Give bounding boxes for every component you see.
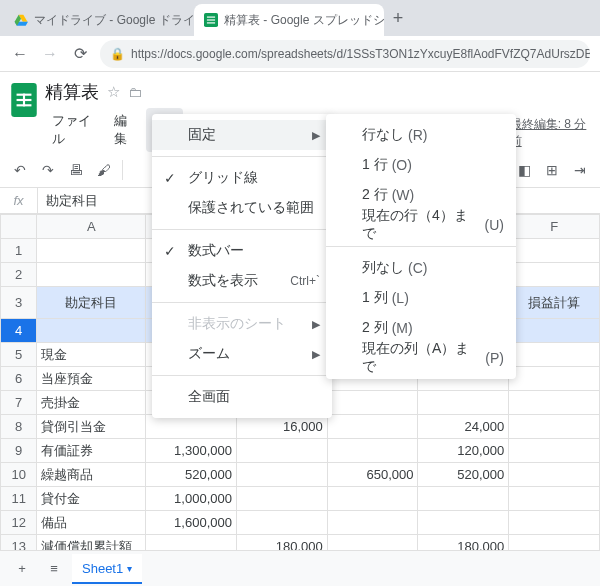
freeze-no-rows[interactable]: 行なし(R)	[326, 120, 516, 150]
cell[interactable]: 備品	[37, 511, 146, 535]
freeze-current-col[interactable]: 現在の列（A）まで(P)	[326, 343, 516, 373]
freeze-2-cols[interactable]: 2 列(M)	[326, 313, 516, 343]
cell[interactable]	[509, 343, 600, 367]
cell[interactable]: 24,000	[418, 415, 509, 439]
cell[interactable]: 650,000	[327, 463, 418, 487]
freeze-1-row[interactable]: 1 行(O)	[326, 150, 516, 180]
menu-protected-ranges[interactable]: 保護されている範囲	[152, 193, 332, 223]
row-header-selected[interactable]: 4	[1, 319, 37, 343]
url-field[interactable]: 🔒 https://docs.google.com/spreadsheets/d…	[100, 40, 590, 68]
all-sheets-button[interactable]: ≡	[40, 555, 68, 583]
row-header[interactable]: 1	[1, 239, 37, 263]
new-tab-button[interactable]: +	[384, 4, 412, 32]
cell[interactable]	[509, 487, 600, 511]
row-header[interactable]: 11	[1, 487, 37, 511]
last-edit-text[interactable]: 最終編集: 8 分前	[510, 116, 588, 152]
cell[interactable]	[418, 487, 509, 511]
cell[interactable]	[327, 415, 418, 439]
cell[interactable]: 1,600,000	[146, 511, 237, 535]
menu-gridlines[interactable]: ✓グリッド線	[152, 163, 332, 193]
browser-tab-drive[interactable]: マイドライブ - Google ドライブ ×	[4, 4, 194, 36]
browser-tab-sheets[interactable]: 精算表 - Google スプレッドシート ×	[194, 4, 384, 36]
move-folder-icon[interactable]: 🗀	[128, 84, 142, 100]
cell[interactable]	[509, 391, 600, 415]
cell[interactable]: 現金	[37, 343, 146, 367]
cell[interactable]: 120,000	[418, 439, 509, 463]
cell[interactable]: 1,000,000	[146, 487, 237, 511]
chevron-down-icon[interactable]: ▾	[127, 563, 132, 574]
cell[interactable]: 貸倒引当金	[37, 415, 146, 439]
cell[interactable]: 16,000	[236, 415, 327, 439]
sheets-logo-icon[interactable]	[10, 80, 37, 120]
cell[interactable]: 損益計算	[509, 287, 600, 319]
cell[interactable]	[236, 463, 327, 487]
freeze-no-cols[interactable]: 列なし(C)	[326, 253, 516, 283]
cell[interactable]	[327, 511, 418, 535]
merge-button[interactable]: ⇥	[568, 158, 592, 182]
cell[interactable]	[509, 439, 600, 463]
cell[interactable]	[37, 239, 146, 263]
cell[interactable]: 当座預金	[37, 367, 146, 391]
formula-input[interactable]: 勘定科目	[38, 192, 106, 210]
separator	[152, 375, 332, 376]
col-header-A[interactable]: A	[37, 215, 146, 239]
cell[interactable]: 1,300,000	[146, 439, 237, 463]
sheet-tab[interactable]: Sheet1▾	[72, 554, 142, 584]
redo-button[interactable]: ↷	[36, 158, 60, 182]
add-sheet-button[interactable]: +	[8, 555, 36, 583]
row-header[interactable]: 3	[1, 287, 37, 319]
row-header[interactable]: 2	[1, 263, 37, 287]
undo-button[interactable]: ↶	[8, 158, 32, 182]
chevron-right-icon: ▶	[312, 129, 320, 142]
cell[interactable]	[509, 511, 600, 535]
cell[interactable]: 勘定科目	[37, 287, 146, 319]
print-button[interactable]: 🖶	[64, 158, 88, 182]
cell[interactable]	[236, 511, 327, 535]
doc-title[interactable]: 精算表	[45, 80, 99, 104]
cell[interactable]	[236, 487, 327, 511]
cell[interactable]	[327, 487, 418, 511]
freeze-current-row[interactable]: 現在の行（4）まで(U)	[326, 210, 516, 240]
menu-formula-bar[interactable]: ✓数式バー	[152, 236, 332, 266]
menu-file[interactable]: ファイル	[45, 108, 105, 152]
menu-edit[interactable]: 編集	[107, 108, 144, 152]
row-header[interactable]: 12	[1, 511, 37, 535]
reload-button[interactable]: ⟳	[70, 44, 90, 64]
cell[interactable]	[327, 391, 418, 415]
back-button[interactable]: ←	[10, 44, 30, 64]
cell[interactable]: 貸付金	[37, 487, 146, 511]
cell[interactable]	[146, 415, 237, 439]
row-header[interactable]: 5	[1, 343, 37, 367]
row-header[interactable]: 10	[1, 463, 37, 487]
menu-fullscreen[interactable]: 全画面	[152, 382, 332, 412]
separator	[152, 302, 332, 303]
cell[interactable]	[236, 439, 327, 463]
row-header[interactable]: 6	[1, 367, 37, 391]
select-all-cell[interactable]	[1, 215, 37, 239]
cell[interactable]: 有価証券	[37, 439, 146, 463]
row-header[interactable]: 9	[1, 439, 37, 463]
cell[interactable]	[327, 439, 418, 463]
borders-button[interactable]: ⊞	[540, 158, 564, 182]
menu-zoom[interactable]: ズーム▶	[152, 339, 332, 369]
cell[interactable]	[418, 511, 509, 535]
cell[interactable]: 520,000	[418, 463, 509, 487]
cell[interactable]	[418, 391, 509, 415]
menu-show-formulas[interactable]: 数式を表示Ctrl+`	[152, 266, 332, 296]
freeze-1-col[interactable]: 1 列(L)	[326, 283, 516, 313]
forward-button[interactable]: →	[40, 44, 60, 64]
star-icon[interactable]: ☆	[107, 83, 120, 101]
row-header[interactable]: 7	[1, 391, 37, 415]
paint-format-button[interactable]: 🖌	[92, 158, 116, 182]
cell[interactable]: 520,000	[146, 463, 237, 487]
cell[interactable]	[509, 415, 600, 439]
row-header[interactable]: 8	[1, 415, 37, 439]
cell[interactable]	[509, 367, 600, 391]
freeze-2-rows[interactable]: 2 行(W)	[326, 180, 516, 210]
cell[interactable]	[509, 463, 600, 487]
menu-freeze[interactable]: 固定▶	[152, 120, 332, 150]
menu-hidden-sheets[interactable]: 非表示のシート▶	[152, 309, 332, 339]
cell[interactable]: 売掛金	[37, 391, 146, 415]
cell[interactable]: 繰越商品	[37, 463, 146, 487]
col-header-F[interactable]: F	[509, 215, 600, 239]
